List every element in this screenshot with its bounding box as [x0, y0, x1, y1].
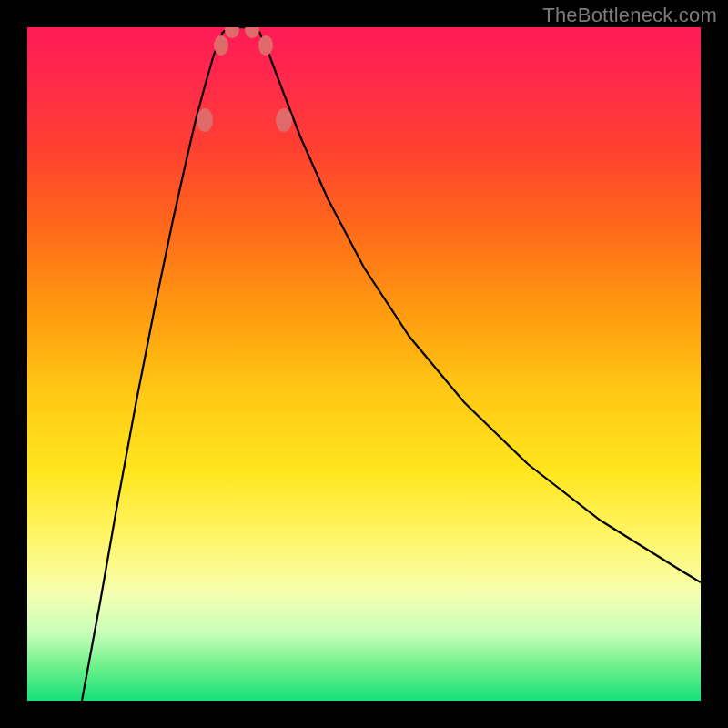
marker-dot-4: [258, 35, 273, 56]
curve-left-branch: [82, 32, 223, 701]
curve-right-branch: [259, 32, 701, 582]
curve-svg: [27, 27, 701, 701]
marker-dot-2: [225, 27, 239, 38]
plot-area: [27, 27, 701, 701]
chart-stage: TheBottleneck.com: [0, 0, 728, 728]
marker-dot-3: [245, 27, 259, 38]
marker-dot-1: [214, 35, 228, 56]
marker-dot-0: [197, 108, 213, 132]
marker-dot-5: [276, 108, 292, 132]
watermark-text: TheBottleneck.com: [542, 4, 717, 27]
